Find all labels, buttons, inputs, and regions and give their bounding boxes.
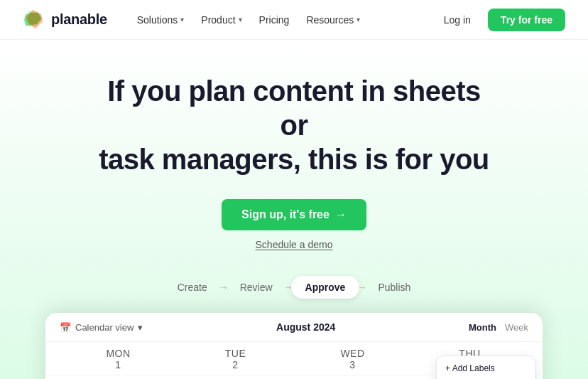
logo-text: planable — [51, 11, 107, 28]
signup-button[interactable]: Sign up, it's free → — [222, 199, 366, 230]
calendar-icon: 📅 — [60, 322, 71, 333]
workflow-tabs: Create → Review → Approve → Publish — [23, 276, 565, 299]
chevron-down-icon: ▾ — [138, 322, 143, 333]
workflow-step-approve[interactable]: Approve — [291, 276, 360, 299]
workflow-step-create[interactable]: Create — [163, 276, 222, 299]
demo-link[interactable]: Schedule a demo — [256, 239, 333, 250]
hero-title: If you plan content in sheets or task ma… — [95, 74, 493, 176]
add-labels-panel: + Add Labels f t 📷 You can write your co… — [436, 356, 535, 379]
arrow-icon: → — [335, 208, 347, 221]
nav-solutions[interactable]: Solutions ▾ — [130, 10, 192, 30]
calendar-preview: 📅 Calendar view ▾ August 2024 Month Week… — [45, 313, 543, 379]
workflow-step-publish[interactable]: Publish — [364, 276, 425, 299]
nav-pricing[interactable]: Pricing — [252, 10, 297, 30]
nav-links: Solutions ▾ Product ▾ Pricing Resources … — [130, 10, 435, 30]
try-free-button[interactable]: Try for free — [488, 9, 565, 31]
logo[interactable]: planable — [23, 9, 107, 31]
day-label-mon: MON 1 — [60, 348, 177, 370]
nav-resources[interactable]: Resources ▾ — [299, 10, 367, 30]
workflow-step-review[interactable]: Review — [226, 276, 287, 299]
nav-actions: Log in Try for free — [435, 9, 565, 31]
chevron-down-icon: ▾ — [180, 16, 184, 23]
hero-section: If you plan content in sheets or task ma… — [0, 40, 588, 379]
week-view-btn[interactable]: Week — [505, 322, 528, 333]
nav-product[interactable]: Product ▾ — [194, 10, 249, 30]
day-label-tue: TUE 2 — [177, 348, 294, 370]
add-labels-title: + Add Labels — [445, 363, 526, 373]
day-label-wed: WED 3 — [294, 348, 411, 370]
calendar-header: 📅 Calendar view ▾ August 2024 Month Week — [45, 313, 543, 342]
month-view-btn[interactable]: Month — [469, 322, 496, 333]
login-button[interactable]: Log in — [435, 10, 479, 30]
navbar: planable Solutions ▾ Product ▾ Pricing R… — [0, 0, 588, 40]
calendar-month-title: August 2024 — [276, 321, 335, 333]
calendar-view-switcher: Month Week — [469, 322, 528, 333]
chevron-down-icon: ▾ — [356, 16, 360, 23]
calendar-view-toggle[interactable]: 📅 Calendar view ▾ — [60, 322, 143, 333]
chevron-down-icon: ▾ — [239, 16, 242, 23]
hero-cta: Sign up, it's free → Schedule a demo — [23, 199, 565, 250]
